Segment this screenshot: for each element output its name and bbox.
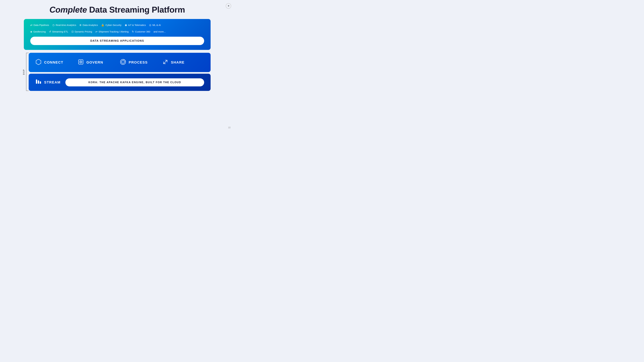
tag-shipment-tracking-label: Shipment Tracking / Alerting: [98, 30, 129, 33]
data-pipelines-icon: ⇄: [30, 23, 32, 26]
page-container: ✦ Complete Data Streaming Platform ⇄ Dat…: [0, 0, 234, 131]
capability-share: SHARE: [162, 58, 204, 66]
tag-more-label: and more...: [154, 30, 166, 33]
tag-iot-telematics: ◉ IoT & Telematics: [125, 23, 146, 26]
tag-dynamic-pricing: ⊡ Dynamic Pricing: [72, 30, 92, 33]
tag-streaming-etl: ↺ Streaming ETL: [49, 30, 68, 33]
geofencing-icon: ◈: [30, 30, 32, 33]
middle-box: CONNECT GOVERN: [29, 53, 210, 72]
govern-label: GOVERN: [86, 60, 103, 64]
tag-ml-ai-label: ML & AI: [152, 24, 161, 26]
svg-point-3: [80, 62, 81, 62]
tag-shipment-tracking: ⇌ Shipment Tracking / Alerting: [95, 30, 129, 33]
streaming-etl-icon: ↺: [49, 30, 51, 33]
stream-label: STREAM: [44, 80, 60, 84]
tag-realtime-analytics-label: Real-time Analytics: [56, 24, 76, 26]
compass-icon: ✦: [226, 3, 231, 9]
dsp-wrapper: DSP CONNECT: [24, 53, 210, 91]
connect-label: CONNECT: [44, 60, 63, 64]
stream-icon: [35, 78, 42, 86]
tag-geofencing: ◈ Geofencing: [30, 30, 46, 33]
kora-bar-text: KORA: THE APACHE KAFKA ENGINE, BUILT FOR…: [88, 81, 181, 84]
tag-data-analytics-label: Data Analytics: [82, 24, 98, 26]
page-number: 22: [228, 126, 230, 129]
kora-bar: KORA: THE APACHE KAFKA ENGINE, BUILT FOR…: [65, 78, 204, 86]
tag-geofencing-label: Geofencing: [33, 30, 46, 33]
svg-rect-9: [40, 81, 41, 84]
capability-process: PROCESS: [120, 58, 162, 66]
share-label: SHARE: [171, 60, 185, 64]
data-streaming-bar-label: DATA STREAMING APPLICATIONS: [90, 39, 144, 42]
dsp-boxes: CONNECT GOVERN: [29, 53, 210, 91]
tag-data-pipelines: ⇄ Data Pipelines: [30, 23, 49, 26]
svg-rect-7: [36, 79, 37, 84]
tag-ml-ai: ◎ ML & AI: [149, 23, 161, 26]
process-label: PROCESS: [129, 60, 148, 64]
title-rest: Data Streaming Platform: [87, 5, 185, 14]
tags-row-2: ◈ Geofencing ↺ Streaming ETL ⊡ Dynamic P…: [30, 30, 204, 33]
capability-connect: CONNECT: [35, 58, 78, 66]
title-italic: Complete: [50, 5, 87, 14]
data-streaming-bar: DATA STREAMING APPLICATIONS: [30, 37, 204, 45]
tag-cyber-security-label: Cyber-Security: [106, 24, 122, 26]
stream-label-wrap: STREAM: [35, 78, 60, 86]
top-box: ⇄ Data Pipelines ◷ Real-time Analytics ⊕…: [24, 19, 210, 50]
bottom-box: STREAM KORA: THE APACHE KAFKA ENGINE, BU…: [29, 74, 210, 91]
tag-dynamic-pricing-label: Dynamic Pricing: [75, 30, 92, 33]
share-icon: [162, 58, 169, 66]
page-title: Complete Data Streaming Platform: [50, 5, 185, 14]
dsp-bracket: [26, 53, 29, 91]
govern-icon: [78, 58, 84, 66]
tag-more: and more...: [154, 30, 166, 33]
svg-point-5: [122, 60, 124, 63]
shipment-tracking-icon: ⇌: [95, 30, 98, 33]
svg-rect-8: [38, 80, 39, 84]
iot-telematics-icon: ◉: [125, 23, 127, 26]
customer-360-icon: ↻: [132, 30, 134, 33]
cyber-security-icon: 🔒: [101, 23, 104, 26]
realtime-analytics-icon: ◷: [52, 23, 54, 26]
process-icon: [120, 58, 126, 66]
dynamic-pricing-icon: ⊡: [72, 30, 74, 33]
tag-customer-360: ↻ Customer 360: [132, 30, 150, 33]
data-analytics-icon: ⊕: [79, 23, 82, 26]
tag-iot-telematics-label: IoT & Telematics: [128, 24, 146, 26]
tags-row-1: ⇄ Data Pipelines ◷ Real-time Analytics ⊕…: [30, 23, 204, 26]
dsp-label-container: DSP: [24, 53, 29, 91]
svg-line-6: [164, 60, 167, 64]
tag-data-pipelines-label: Data Pipelines: [34, 24, 49, 26]
tag-cyber-security: 🔒 Cyber-Security: [101, 23, 122, 26]
tag-realtime-analytics: ◷ Real-time Analytics: [52, 23, 76, 26]
tag-streaming-etl-label: Streaming ETL: [52, 30, 68, 33]
tag-data-analytics: ⊕ Data Analytics: [79, 23, 98, 26]
capability-govern: GOVERN: [78, 58, 120, 66]
dsp-label: DSP: [22, 69, 25, 75]
connect-icon: [35, 58, 42, 66]
tag-customer-360-label: Customer 360: [135, 30, 150, 33]
ml-ai-icon: ◎: [149, 23, 151, 26]
svg-marker-0: [36, 59, 41, 65]
